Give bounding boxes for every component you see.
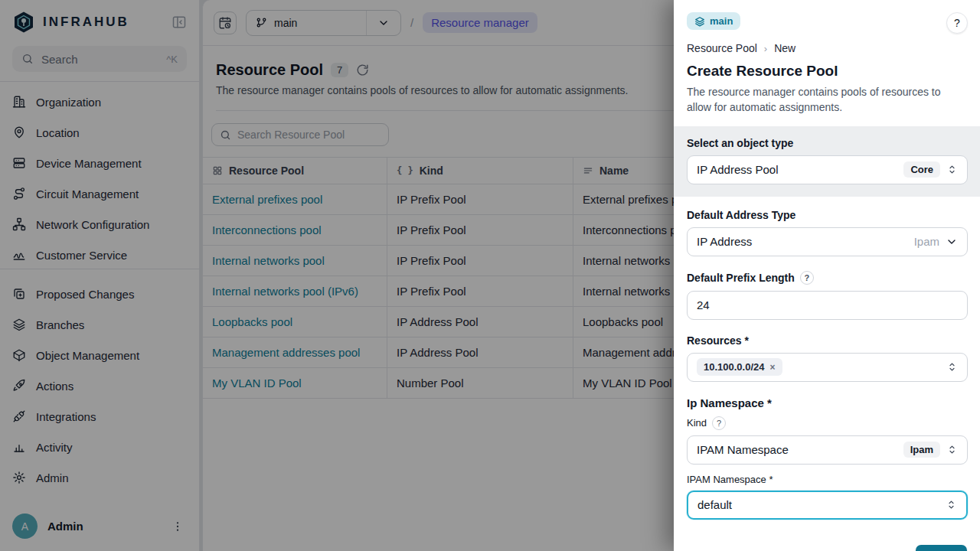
create-resource-pool-drawer: main ? Resource Pool › New Create Resour… xyxy=(674,0,980,551)
ipam-namespace-value: default xyxy=(697,498,939,511)
chevrons-up-down-icon xyxy=(946,164,958,175)
default-prefix-length-label: Default Prefix Length xyxy=(687,272,795,284)
chevrons-up-down-icon xyxy=(946,444,958,455)
layers-icon xyxy=(694,16,705,27)
save-button[interactable]: Save xyxy=(916,545,967,551)
drawer-header: main ? Resource Pool › New Create Resour… xyxy=(674,0,980,126)
drawer-description: The resource manager contains pools of r… xyxy=(687,84,968,116)
resource-chip-value: 10.100.0.0/24 xyxy=(704,361,765,373)
breadcrumb-parent[interactable]: Resource Pool xyxy=(687,42,757,54)
ip-namespace-label: Ip Namespace * xyxy=(687,396,968,409)
drawer-title: Create Resource Pool xyxy=(687,63,968,80)
app-root: INFRAHUB Search ^K Organization Location… xyxy=(0,0,980,551)
chevrons-up-down-icon xyxy=(946,361,958,373)
ipam-badge: Ipam xyxy=(903,442,940,458)
branch-badge-label: main xyxy=(710,15,733,27)
drawer-breadcrumb: Resource Pool › New xyxy=(687,42,968,54)
drawer-form: Default Address Type IP Address Ipam Def… xyxy=(674,197,980,534)
help-icon[interactable]: ? xyxy=(800,271,814,285)
ipam-namespace-label: IPAM Namespace * xyxy=(687,474,773,485)
ipam-hint: Ipam xyxy=(914,235,939,248)
resources-multiselect[interactable]: 10.100.0.0/24 × xyxy=(687,353,968,382)
default-address-type-value: IP Address xyxy=(697,235,908,248)
resource-chip: 10.100.0.0/24 × xyxy=(697,358,782,376)
core-badge: Core xyxy=(903,161,940,178)
default-address-type-label: Default Address Type xyxy=(687,209,795,221)
object-type-select[interactable]: IP Address Pool Core xyxy=(687,155,968,184)
remove-chip-icon[interactable]: × xyxy=(770,362,776,373)
default-address-type-select[interactable]: IP Address Ipam xyxy=(687,227,968,256)
breadcrumb-current: New xyxy=(774,42,795,54)
default-prefix-length-input[interactable] xyxy=(687,291,968,320)
chevron-down-icon xyxy=(946,236,958,248)
branch-badge: main xyxy=(687,12,740,30)
chevron-right-icon: › xyxy=(764,43,767,54)
object-type-label: Select an object type xyxy=(687,137,793,149)
kind-value: IPAM Namespace xyxy=(697,443,897,456)
help-button[interactable]: ? xyxy=(946,12,968,34)
chevrons-up-down-icon xyxy=(946,499,957,510)
object-type-value: IP Address Pool xyxy=(697,163,897,176)
kind-select[interactable]: IPAM Namespace Ipam xyxy=(687,435,968,465)
ipam-namespace-select[interactable]: default xyxy=(687,491,968,520)
drawer-footer: Save xyxy=(674,534,980,551)
resources-label: Resources * xyxy=(687,334,749,347)
object-type-section: Select an object type IP Address Pool Co… xyxy=(674,126,980,197)
help-icon[interactable]: ? xyxy=(712,416,726,430)
kind-label: Kind xyxy=(687,417,707,429)
